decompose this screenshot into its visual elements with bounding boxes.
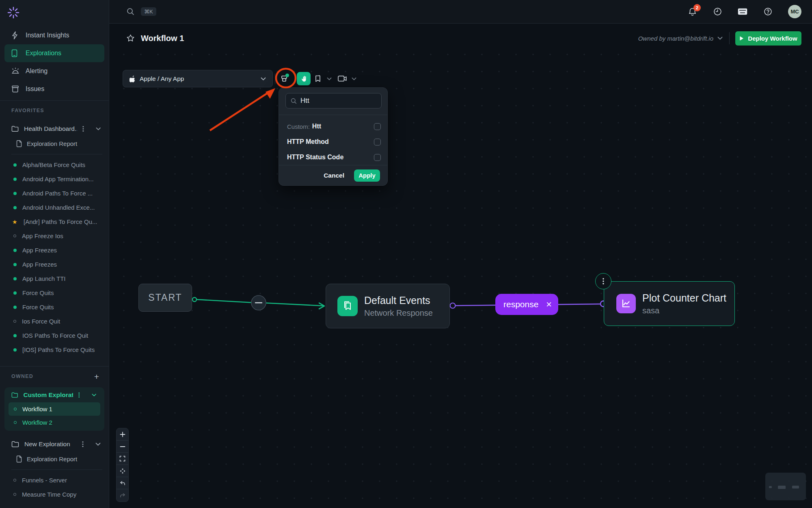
edge-label: response [503, 300, 540, 309]
checkbox[interactable] [374, 139, 381, 145]
item-label: App Freezes [22, 247, 57, 254]
chevron-down-icon [327, 77, 332, 80]
list-item[interactable]: IOS Paths To Force Quit [0, 328, 109, 343]
list-item[interactable]: [IOS] Paths To Force Quits [0, 343, 109, 357]
status-dot [13, 291, 17, 295]
favorites-list: Alpha/Beta Force Quits Android App Termi… [0, 158, 109, 357]
checkbox[interactable] [374, 154, 381, 161]
favorites-exploration-report[interactable]: Exploration Report [0, 136, 109, 151]
sidebar-item-workflow-2[interactable]: Workflow 2 [9, 416, 100, 429]
fit-view-button[interactable] [117, 453, 128, 465]
play-icon [739, 36, 744, 41]
status-dot [13, 306, 17, 309]
list-item[interactable]: App Freeze Ios [0, 229, 109, 243]
recordings-chevron-button[interactable] [349, 71, 359, 87]
sidebar-item-workflow-1[interactable]: Workflow 1 [9, 402, 100, 416]
cancel-button[interactable]: Cancel [324, 172, 344, 179]
history-button[interactable] [713, 7, 722, 17]
list-item[interactable]: App Freezes [0, 243, 109, 257]
owned-folder-custom-explorations[interactable]: Custom Explorati... [4, 387, 104, 402]
keyboard-shortcuts-button[interactable] [738, 7, 747, 17]
sidebar-item-alerting[interactable]: Alerting [4, 62, 104, 80]
favorite-star-icon[interactable] [126, 34, 135, 42]
kebab-menu-icon[interactable] [82, 441, 84, 447]
notifications-button[interactable]: 2 [687, 7, 697, 17]
edge-label-badge[interactable]: response × [495, 294, 558, 315]
owner-chevron-down-icon[interactable] [717, 37, 723, 40]
list-item[interactable]: App Freezes [0, 257, 109, 271]
chevron-down-icon[interactable] [95, 443, 101, 446]
zoom-in-button[interactable] [117, 428, 128, 441]
zoom-out-button[interactable] [117, 441, 128, 453]
list-item[interactable]: Android Paths To Force ... [0, 186, 109, 200]
page-title: Workflow 1 [141, 34, 184, 43]
sidebar-item-explorations[interactable]: Explorations [4, 44, 104, 62]
list-item[interactable]: Force Quits [0, 286, 109, 300]
list-item[interactable]: Measure Time Copy [0, 487, 109, 501]
add-exploration-button[interactable]: + [94, 372, 99, 381]
clock-icon [713, 7, 722, 16]
list-item[interactable]: Alpha/Beta Force Quits [0, 158, 109, 172]
list-item[interactable]: Ios Force Quit [0, 314, 109, 328]
events-filter-button[interactable] [276, 71, 292, 87]
filter-search-input[interactable] [300, 97, 376, 105]
apply-button[interactable]: Apply [354, 169, 380, 182]
checkbox[interactable] [374, 123, 381, 130]
kebab-menu-icon [603, 278, 604, 285]
remove-edge-label-icon[interactable]: × [546, 300, 552, 309]
list-item[interactable]: Funnels - Server [0, 473, 109, 487]
app-selector-dropdown[interactable]: Apple / Any App [123, 70, 273, 87]
help-button[interactable] [763, 7, 773, 17]
option-label: HTTP Method [287, 138, 329, 145]
star-icon: ★ [12, 220, 18, 224]
favorites-folder-health-dashboard[interactable]: Health Dashboard... [0, 122, 109, 136]
kebab-menu-icon[interactable] [82, 126, 84, 132]
item-label: Android Paths To Force ... [22, 190, 93, 197]
owned-label: OWNED [11, 373, 33, 379]
filter-option-http-method[interactable]: HTTP Method [279, 134, 387, 150]
avatar[interactable]: MC [788, 5, 801, 18]
minimap[interactable] [765, 473, 806, 500]
undo-button[interactable] [117, 477, 128, 489]
bookmarks-chevron-button[interactable] [324, 71, 335, 87]
sidebar-item-issues[interactable]: Issues [4, 80, 104, 98]
search-icon[interactable] [127, 8, 134, 15]
deploy-workflow-button[interactable]: Deploy Workflow [735, 31, 801, 46]
status-dot [13, 320, 16, 323]
workflow-canvas[interactable] [110, 52, 812, 508]
chevron-down-icon[interactable] [96, 127, 101, 130]
favorites-section-header: FAVORITES [0, 103, 109, 118]
sidebar-item-instant-insights[interactable]: Instant Insights [4, 26, 104, 44]
folder-name: Custom Explorati... [24, 391, 73, 399]
list-item[interactable]: Force Quits [0, 300, 109, 314]
pan-tool-button[interactable] [297, 72, 311, 85]
workflow-label: Workflow 1 [22, 406, 52, 412]
plot-counter-chart-node[interactable]: Plot Counter Chart sasa [604, 281, 735, 326]
owned-exploration-report[interactable]: Exploration Report [0, 452, 109, 466]
kebab-menu-icon[interactable] [78, 392, 80, 398]
filter-option-custom[interactable]: Custom: Htt [279, 119, 387, 134]
divider [279, 115, 387, 115]
item-label: [Andr] Paths To Force Qu... [24, 218, 97, 225]
report-label: Exploration Report [27, 456, 77, 462]
alarm-icon [11, 67, 19, 75]
list-item[interactable]: App Launch TTI [0, 271, 109, 286]
divider [11, 469, 102, 470]
plot-node-menu-button[interactable] [595, 273, 611, 289]
status-dot [13, 263, 17, 266]
auto-layout-button[interactable] [117, 465, 128, 477]
filter-option-http-status-code[interactable]: HTTP Status Code [279, 150, 387, 165]
list-item[interactable]: ★[Andr] Paths To Force Qu... [0, 215, 109, 229]
chevron-down-icon[interactable] [92, 393, 96, 397]
list-item[interactable]: Android Unhandled Exce... [0, 200, 109, 215]
bookmarks-button[interactable] [312, 71, 324, 87]
bitdrift-logo-icon[interactable] [7, 7, 19, 19]
redo-button[interactable] [117, 489, 128, 501]
start-node[interactable]: START [138, 284, 192, 312]
default-events-node[interactable]: Default Events Network Response [326, 284, 450, 328]
popup-search-box[interactable] [285, 93, 382, 109]
recordings-button[interactable] [336, 71, 349, 87]
list-item[interactable]: Android App Termination... [0, 172, 109, 186]
owned-folder-new-exploration[interactable]: New Exploration [0, 437, 109, 452]
status-dot [13, 163, 17, 167]
